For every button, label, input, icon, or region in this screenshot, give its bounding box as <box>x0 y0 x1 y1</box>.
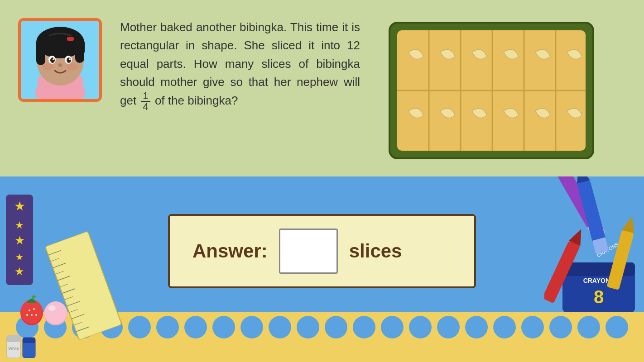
bibingka-container <box>383 14 600 167</box>
svg-rect-8 <box>67 37 74 41</box>
character-svg <box>24 20 96 99</box>
hole-11 <box>297 316 319 338</box>
hole-5 <box>128 316 151 338</box>
problem-text: Mother baked another bibingka. This time… <box>115 9 369 121</box>
hole-18 <box>493 316 516 338</box>
hole-10 <box>269 316 291 338</box>
hole-6 <box>156 316 179 338</box>
svg-text:8: 8 <box>594 287 604 307</box>
svg-text:★: ★ <box>14 265 24 277</box>
hole-20 <box>549 316 572 338</box>
fraction-numerator: 1 <box>141 91 150 102</box>
hole-13 <box>353 316 375 338</box>
hole-19 <box>521 316 544 338</box>
bottom-section: White <box>0 312 644 362</box>
svg-point-14 <box>69 58 71 60</box>
svg-text:★: ★ <box>15 219 24 231</box>
hole-22 <box>606 316 628 338</box>
hole-7 <box>184 316 207 338</box>
svg-point-64 <box>29 310 30 311</box>
svg-point-15 <box>58 63 62 67</box>
svg-text:★: ★ <box>15 252 24 262</box>
svg-rect-73 <box>7 335 20 342</box>
svg-text:★: ★ <box>14 233 25 247</box>
hole-17 <box>465 316 488 338</box>
fraction-denominator: 4 <box>141 102 150 112</box>
answer-box: Answer: slices <box>168 214 476 288</box>
hole-8 <box>212 316 235 338</box>
svg-rect-76 <box>23 338 35 343</box>
paint-tubes-decoration: White <box>5 331 50 360</box>
top-section: Mother baked another bibingka. This time… <box>0 0 644 176</box>
hole-15 <box>409 316 432 338</box>
svg-point-65 <box>33 308 35 310</box>
svg-point-12 <box>67 57 71 63</box>
hole-12 <box>325 316 347 338</box>
hole-16 <box>437 316 460 338</box>
avatar <box>18 18 102 102</box>
problem-text-part2: of the bibingka? <box>155 94 238 107</box>
answer-input[interactable] <box>279 229 338 274</box>
svg-point-11 <box>50 57 55 63</box>
fraction: 1 4 <box>141 91 150 112</box>
hole-14 <box>381 316 404 338</box>
answer-slices-label: slices <box>349 240 402 262</box>
svg-point-67 <box>26 314 28 316</box>
svg-point-63 <box>21 300 43 324</box>
answer-label: Answer: <box>192 240 268 262</box>
svg-point-70 <box>44 301 67 324</box>
svg-text:White: White <box>8 346 19 351</box>
svg-point-68 <box>35 314 37 316</box>
svg-point-16 <box>43 63 53 71</box>
svg-point-17 <box>67 63 78 71</box>
svg-text:★: ★ <box>14 199 25 213</box>
hole-21 <box>577 316 600 338</box>
bibingka-svg <box>387 20 596 161</box>
svg-marker-47 <box>622 214 638 233</box>
hole-9 <box>240 316 263 338</box>
svg-point-66 <box>31 314 33 316</box>
stars-sticker: ★ ★ ★ ★ ★ <box>4 195 35 285</box>
svg-rect-7 <box>36 40 85 54</box>
fruits-decoration <box>16 290 70 333</box>
svg-point-13 <box>53 58 54 60</box>
svg-point-71 <box>48 305 56 311</box>
